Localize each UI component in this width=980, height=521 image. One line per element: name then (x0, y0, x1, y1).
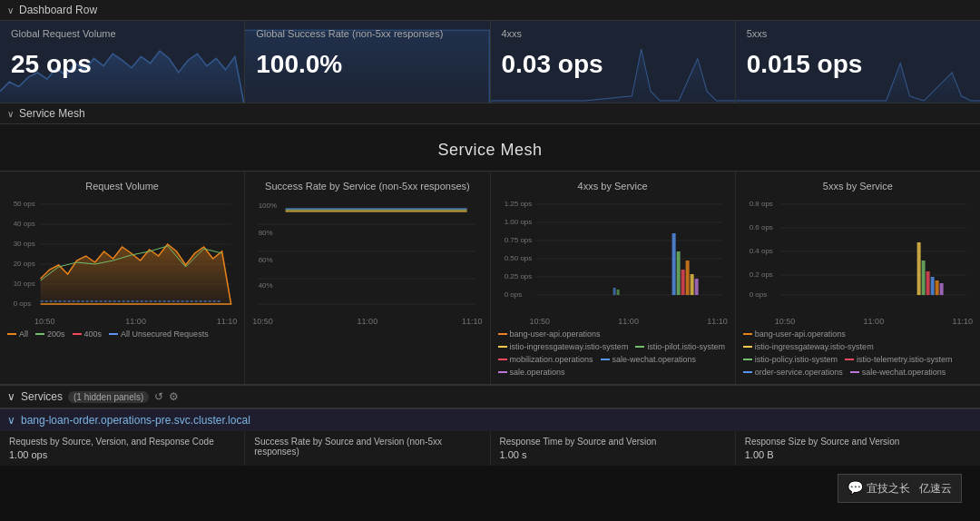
stat-title-1: Global Success Rate (non-5xx responses) (256, 28, 478, 39)
chart-title-3: 5xxs by Service (743, 181, 973, 192)
metric-title-1: Success Rate by Source and Version (non-… (254, 437, 480, 457)
svg-rect-35 (685, 260, 689, 295)
metric-card-2: Response Time by Source and Version 1.00… (491, 431, 736, 466)
svg-text:80%: 80% (259, 229, 273, 237)
chart-area-2: 1.25 ops 1.00 ops 0.75 ops 0.50 ops 0.25… (498, 197, 728, 315)
services-refresh-icon[interactable]: ↺ (154, 390, 163, 403)
charts-row: Request Volume 50 ops 40 ops 30 ops 20 o… (0, 172, 980, 384)
chart-card-0: Request Volume 50 ops 40 ops 30 ops 20 o… (0, 172, 245, 384)
svg-rect-38 (612, 288, 615, 295)
stat-value-1: 100.0% (256, 50, 478, 79)
metric-value-0: 1.00 ops (9, 449, 235, 460)
svg-rect-39 (616, 290, 619, 295)
chart-card-3: 5xxs by Service 0.8 ops 0.6 ops 0.4 ops … (736, 172, 980, 384)
metric-title-0: Requests by Source, Version, and Respons… (9, 437, 235, 447)
metric-card-3: Response Size by Source and Version 1.00… (736, 431, 980, 466)
chart-area-0: 50 ops 40 ops 30 ops 20 ops 10 ops 0 ops (7, 197, 237, 315)
services-section: ∨ Services (1 hidden panels) ↺ ⚙ ∨ bang-… (0, 384, 980, 466)
svg-text:0 ops: 0 ops (14, 300, 32, 308)
svg-text:0.25 ops: 0.25 ops (504, 272, 532, 280)
service-item-header-0[interactable]: ∨ bang-loan-order.operations-pre.svc.clu… (0, 409, 980, 431)
svg-rect-37 (694, 279, 698, 295)
chart-card-2: 4xxs by Service 1.25 ops 1.00 ops 0.75 o… (491, 172, 736, 384)
svg-rect-51 (921, 260, 925, 295)
service-mesh-section: Service Mesh Request Volume 50 ops 40 op… (0, 124, 980, 384)
stats-row: Global Request Volume 25 ops Global Succ… (0, 21, 980, 103)
chart-title-1: Success Rate by Service (non-5xx respons… (252, 181, 482, 192)
chart-legend-2: bang-user-api.operations istio-ingressga… (498, 329, 728, 377)
stat-title-3: 5xxs (747, 28, 969, 39)
metric-title-3: Response Size by Source and Version (745, 437, 971, 447)
svg-rect-36 (690, 274, 693, 295)
metric-card-0: Requests by Source, Version, and Respons… (0, 431, 245, 466)
service-metrics-row: Requests by Source, Version, and Respons… (0, 431, 980, 466)
services-settings-icon[interactable]: ⚙ (169, 390, 179, 403)
svg-text:60%: 60% (259, 256, 273, 264)
svg-rect-33 (676, 251, 680, 295)
service-mesh-chevron: ∨ (7, 109, 14, 119)
svg-text:30 ops: 30 ops (14, 240, 35, 248)
svg-text:1.00 ops: 1.00 ops (504, 218, 532, 226)
stat-card-1: Global Success Rate (non-5xx responses) … (245, 21, 490, 103)
svg-rect-54 (935, 280, 938, 295)
metric-value-3: 1.00 B (745, 449, 971, 460)
svg-rect-53 (930, 277, 934, 295)
stat-card-0: Global Request Volume 25 ops (0, 21, 245, 103)
chart-x-labels-0: 10:5011:0011:10 (7, 317, 237, 326)
stat-value-3: 0.015 ops (747, 50, 969, 79)
stat-card-3: 5xxs 0.015 ops (736, 21, 980, 103)
metric-title-2: Response Time by Source and Version (500, 437, 726, 447)
svg-text:0.2 ops: 0.2 ops (749, 270, 772, 279)
svg-text:0 ops: 0 ops (504, 290, 522, 299)
svg-text:10 ops: 10 ops (14, 280, 35, 288)
svg-rect-52 (926, 271, 929, 295)
service-mesh-title: Service Mesh (0, 124, 980, 172)
svg-text:1.25 ops: 1.25 ops (504, 200, 532, 208)
svg-text:20 ops: 20 ops (14, 260, 35, 268)
svg-text:0.6 ops: 0.6 ops (749, 223, 772, 231)
service-mesh-section-label: Service Mesh (19, 107, 85, 120)
chart-x-labels-3: 10:5011:0011:10 (743, 317, 973, 326)
metric-card-1: Success Rate by Source and Version (non-… (245, 431, 490, 466)
svg-text:0 ops: 0 ops (749, 290, 767, 299)
stat-value-2: 0.03 ops (502, 50, 724, 79)
chart-legend-0: All 200s 400s All Unsecured Requests (7, 329, 237, 339)
svg-text:0.8 ops: 0.8 ops (749, 200, 772, 208)
svg-text:0.75 ops: 0.75 ops (504, 236, 532, 244)
stat-card-2: 4xxs 0.03 ops (491, 21, 736, 103)
services-header: ∨ Services (1 hidden panels) ↺ ⚙ (0, 386, 980, 408)
chart-x-labels-1: 10:5011:0011:10 (252, 317, 482, 326)
services-chevron: ∨ (7, 390, 15, 403)
service-mesh-section-header[interactable]: ∨ Service Mesh (0, 103, 980, 124)
dashboard-row-title: Dashboard Row (19, 4, 97, 16)
chart-area-1: 100% 80% 60% 40% (252, 197, 482, 315)
svg-rect-32 (671, 233, 675, 295)
service-item-chevron: ∨ (7, 414, 15, 427)
metric-value-2: 1.00 s (500, 449, 726, 460)
svg-text:0.4 ops: 0.4 ops (749, 247, 772, 255)
chart-x-labels-2: 10:5011:0011:10 (498, 317, 728, 326)
chart-legend-3: bang-user-api.operations istio-ingressga… (743, 329, 973, 377)
svg-text:0.50 ops: 0.50 ops (504, 254, 532, 262)
chart-area-3: 0.8 ops 0.6 ops 0.4 ops 0.2 ops 0 ops (743, 197, 973, 315)
svg-text:100%: 100% (259, 202, 277, 210)
stat-value-0: 25 ops (11, 50, 233, 79)
chart-card-1: Success Rate by Service (non-5xx respons… (245, 172, 490, 384)
services-title: Services (21, 390, 63, 403)
service-item-name: bang-loan-order.operations-pre.svc.clust… (21, 414, 250, 427)
dashboard-chevron: ∨ (7, 5, 14, 15)
svg-rect-50 (916, 242, 920, 295)
stat-title-2: 4xxs (502, 28, 724, 39)
dashboard-row-header[interactable]: ∨ Dashboard Row (0, 0, 980, 21)
chart-title-0: Request Volume (7, 181, 237, 192)
stat-title-0: Global Request Volume (11, 28, 233, 39)
service-item-0: ∨ bang-loan-order.operations-pre.svc.clu… (0, 408, 980, 466)
svg-rect-55 (939, 283, 943, 295)
svg-text:40%: 40% (259, 281, 273, 290)
svg-text:40 ops: 40 ops (14, 220, 35, 228)
svg-rect-34 (681, 270, 684, 295)
chart-title-2: 4xxs by Service (498, 181, 728, 192)
svg-text:50 ops: 50 ops (14, 200, 35, 208)
services-badge: (1 hidden panels) (68, 391, 149, 403)
